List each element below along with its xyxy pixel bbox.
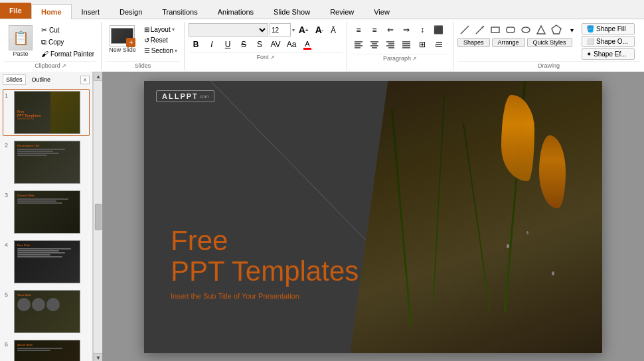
scroll-up-button[interactable]: ▲ — [94, 72, 103, 81]
underline-button[interactable]: U — [220, 38, 235, 51]
increase-indent-button[interactable]: ⇒ — [399, 23, 414, 36]
slide-canvas[interactable]: ALLPPT . com Free PPT Templates Insert t… — [144, 81, 602, 353]
align-left-button[interactable] — [351, 38, 366, 51]
tab-insert[interactable]: Insert — [72, 4, 110, 19]
slide-thumb-1[interactable]: 1 FreePPT Templates Insert the Sub Title — [3, 89, 90, 136]
align-right-button[interactable] — [383, 38, 398, 51]
font-size-dropdown-icon[interactable]: ▾ — [292, 27, 295, 33]
shape-outline-button[interactable]: ⬜ Shape O... — [582, 36, 635, 47]
font-color-button[interactable]: A — [300, 38, 315, 51]
increase-font-button[interactable]: A+ — [296, 23, 311, 36]
text-shadow-button[interactable]: S — [252, 38, 267, 51]
new-slide-button[interactable]: New Slide — [106, 23, 139, 55]
strikethrough-button[interactable]: S — [236, 38, 251, 51]
clipboard-group: 📋 Paste ✂ Cut ⧉ Copy 🖌 Format Painter C — [0, 22, 102, 70]
shape-rounded-rect[interactable] — [503, 23, 518, 36]
scroll-thumb[interactable] — [95, 204, 102, 230]
clipboard-expand-icon[interactable]: ↗ — [62, 63, 66, 69]
paste-label: Paste — [13, 50, 28, 57]
font-size-input[interactable] — [270, 23, 291, 36]
slide-num-5: 5 — [5, 290, 11, 298]
cut-label: Cut — [49, 27, 60, 34]
italic-button[interactable]: I — [204, 38, 219, 51]
copy-icon: ⧉ — [41, 38, 46, 46]
tab-file[interactable]: File — [0, 3, 31, 19]
scroll-down-button[interactable]: ▼ — [94, 353, 103, 361]
tab-transitions[interactable]: Transitions — [152, 4, 207, 19]
tab-review[interactable]: Review — [320, 4, 364, 19]
cut-button[interactable]: ✂ Cut — [39, 25, 97, 36]
tab-design[interactable]: Design — [110, 4, 152, 19]
copy-button[interactable]: ⧉ Copy — [39, 36, 97, 48]
font-name-select[interactable] — [189, 23, 268, 36]
shape-fill-button[interactable]: 🪣 Shape Fill — [582, 23, 635, 35]
tab-view[interactable]: View — [364, 4, 400, 19]
font-expand-icon[interactable]: ↗ — [270, 54, 275, 60]
shape-triangle[interactable] — [534, 23, 548, 36]
reset-label: Reset — [151, 36, 168, 44]
paste-button[interactable]: 📋 Paste — [4, 23, 37, 59]
change-case-button[interactable]: Aa — [284, 38, 299, 51]
font-color-icon: A — [305, 40, 309, 48]
shape-oval[interactable] — [519, 23, 533, 36]
new-slide-icon — [110, 25, 135, 46]
decrease-indent-button[interactable]: ⇐ — [383, 23, 398, 36]
slide-title-line2: PPT Templates — [171, 256, 359, 287]
slide-background-right — [351, 81, 603, 353]
slide-thumb-4[interactable]: 4 Data Slide — [3, 238, 90, 285]
justify-button[interactable] — [399, 38, 414, 51]
layout-label: Layout — [151, 26, 171, 33]
slide-text-area[interactable]: Free PPT Templates Insert the Sub Title … — [171, 226, 359, 300]
svg-text:↕: ↕ — [434, 42, 437, 48]
arrange-button[interactable]: Arrange — [492, 38, 525, 47]
slide-panel: Slides Outline × 1 FreePPT Templates Ins… — [0, 72, 93, 361]
text-direction-button[interactable]: ↕ — [415, 23, 430, 36]
format-painter-icon: 🖌 — [41, 50, 48, 58]
font-color-bar — [303, 48, 311, 50]
slide-thumb-3[interactable]: 3 Content Slide — [3, 188, 90, 236]
clear-formatting-button[interactable]: Ā — [328, 23, 343, 36]
format-painter-button[interactable]: 🖌 Format Painter — [39, 48, 97, 59]
shape-fill-label: Shape Fill — [596, 25, 625, 33]
slide-thumb-2[interactable]: 2 Presentation Title — [3, 139, 90, 186]
bold-button[interactable]: B — [189, 38, 203, 51]
paragraph-group-label: Paragraph ↗ — [351, 54, 449, 62]
layout-dropdown-icon: ▾ — [172, 27, 175, 33]
quick-styles-button[interactable]: Quick Styles — [527, 38, 572, 47]
panel-close-button[interactable]: × — [80, 76, 90, 84]
layout-button[interactable]: ⊞ Layout ▾ — [141, 25, 180, 35]
svg-rect-25 — [507, 27, 515, 33]
font-group: ▾ A+ A- Ā B I U S S AV Aa A Font ↗ — [185, 22, 347, 70]
shapes-button[interactable]: Shapes — [457, 38, 490, 47]
tab-animations[interactable]: Animations — [208, 4, 264, 19]
slide-num-3: 3 — [5, 190, 11, 198]
shape-effects-button[interactable]: ✦ Shape Ef... — [582, 48, 635, 60]
slide-preview-2: Presentation Title — [14, 141, 80, 184]
shape-line[interactable] — [457, 23, 472, 36]
tab-slideshow[interactable]: Slide Show — [264, 4, 320, 19]
svg-marker-28 — [552, 25, 561, 34]
section-button[interactable]: ☰ Section ▾ — [141, 46, 180, 56]
shape-more[interactable]: ▾ — [564, 23, 579, 36]
decrease-font-button[interactable]: A- — [312, 23, 327, 36]
reset-button[interactable]: ↺ Reset — [141, 35, 180, 45]
slides-tab[interactable]: Slides — [3, 74, 26, 85]
slide-thumb-6[interactable]: 6 Action Slide — [3, 338, 90, 361]
line-spacing-button[interactable]: ↕ — [431, 38, 445, 51]
center-button[interactable] — [367, 38, 382, 51]
tab-home[interactable]: Home — [31, 4, 72, 19]
slide-thumb-5[interactable]: 5 Team Slide — [3, 288, 90, 335]
shape-rect[interactable] — [488, 23, 503, 36]
outline-tab[interactable]: Outline — [29, 74, 54, 85]
numbered-list-button[interactable]: ≡ — [367, 23, 382, 36]
shape-pentagon[interactable] — [549, 23, 564, 36]
char-spacing-button[interactable]: AV — [268, 38, 283, 51]
bullet-list-button[interactable]: ≡ — [351, 23, 366, 36]
convert-smartart-button[interactable]: ⬛ — [431, 23, 445, 36]
paragraph-expand-icon[interactable]: ↗ — [412, 56, 417, 62]
clipboard-small-buttons: ✂ Cut ⧉ Copy 🖌 Format Painter — [39, 25, 97, 59]
section-icon: ☰ — [144, 47, 150, 54]
shape-arrow[interactable] — [473, 23, 487, 36]
slide-preview-6: Action Slide — [14, 340, 80, 361]
column-layout-button[interactable]: ⊞ — [415, 38, 430, 51]
